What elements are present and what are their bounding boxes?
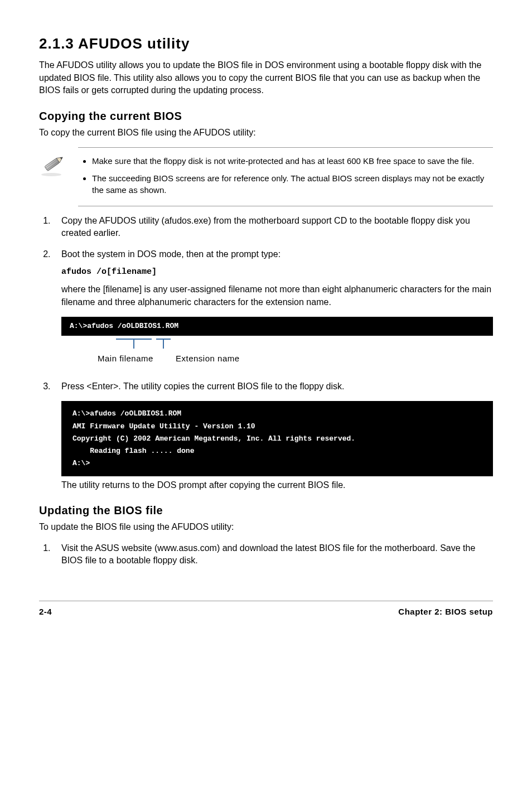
extension-name-label: Extension name bbox=[176, 352, 240, 364]
intro-paragraph: The AFUDOS utility allows you to update … bbox=[39, 59, 493, 96]
main-filename-label: Main filename bbox=[98, 352, 153, 364]
svg-point-5 bbox=[41, 173, 61, 176]
note-item: The succeeding BIOS screens are for refe… bbox=[92, 172, 493, 196]
page-number: 2-4 bbox=[39, 606, 52, 617]
updating-heading: Updating the BIOS file bbox=[39, 503, 493, 518]
step-item: Press <Enter>. The utility copies the cu… bbox=[53, 380, 493, 393]
terminal-output: A:\>afudos /oOLDBIOS1.ROM bbox=[61, 317, 493, 336]
steps-list-cont: Press <Enter>. The utility copies the cu… bbox=[39, 380, 493, 393]
section-heading: 2.1.3 AFUDOS utility bbox=[39, 33, 493, 54]
pencil-icon bbox=[39, 150, 67, 178]
step-text: Boot the system in DOS mode, then at the… bbox=[61, 249, 280, 259]
steps-list: Copy the AFUDOS utility (afudos.exe) fro… bbox=[39, 215, 493, 308]
note-content: Make sure that the floppy disk is not wr… bbox=[78, 147, 493, 206]
note-block: Make sure that the floppy disk is not wr… bbox=[39, 147, 493, 206]
svg-rect-0 bbox=[45, 158, 60, 171]
chapter-label: Chapter 2: BIOS setup bbox=[398, 606, 493, 617]
filename-diagram: Main filename Extension name bbox=[61, 339, 493, 372]
page-footer: 2-4 Chapter 2: BIOS setup bbox=[39, 601, 493, 617]
step-item: Boot the system in DOS mode, then at the… bbox=[53, 248, 493, 308]
after-paragraph: The utility returns to the DOS prompt af… bbox=[61, 479, 493, 491]
step-item: Visit the ASUS website (www.asus.com) an… bbox=[53, 542, 493, 567]
copying-intro: To copy the current BIOS file using the … bbox=[39, 127, 493, 139]
terminal-output: A:\>afudos /oOLDBIOS1.ROM AMI Firmware U… bbox=[61, 401, 493, 476]
code-line: afudos /o[filename] bbox=[61, 266, 493, 278]
step-item: Copy the AFUDOS utility (afudos.exe) fro… bbox=[53, 215, 493, 240]
updating-steps: Visit the ASUS website (www.asus.com) an… bbox=[39, 542, 493, 567]
step-sub-text: where the [filename] is any user-assigne… bbox=[61, 283, 493, 308]
note-item: Make sure that the floppy disk is not wr… bbox=[92, 155, 493, 167]
copying-heading: Copying the current BIOS bbox=[39, 108, 493, 124]
updating-intro: To update the BIOS file using the AFUDOS… bbox=[39, 521, 493, 533]
